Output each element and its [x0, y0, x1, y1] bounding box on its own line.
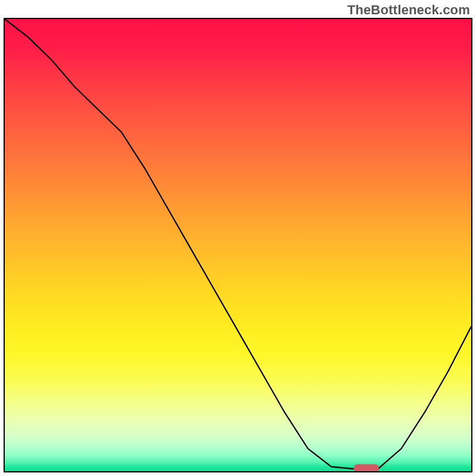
plot-area [4, 18, 472, 472]
curve-layer [5, 19, 471, 471]
chart-viewport: TheBottleneck.com [0, 0, 476, 476]
optimal-point-marker [354, 464, 379, 471]
bottleneck-curve [5, 19, 471, 469]
watermark-text: TheBottleneck.com [347, 2, 470, 18]
